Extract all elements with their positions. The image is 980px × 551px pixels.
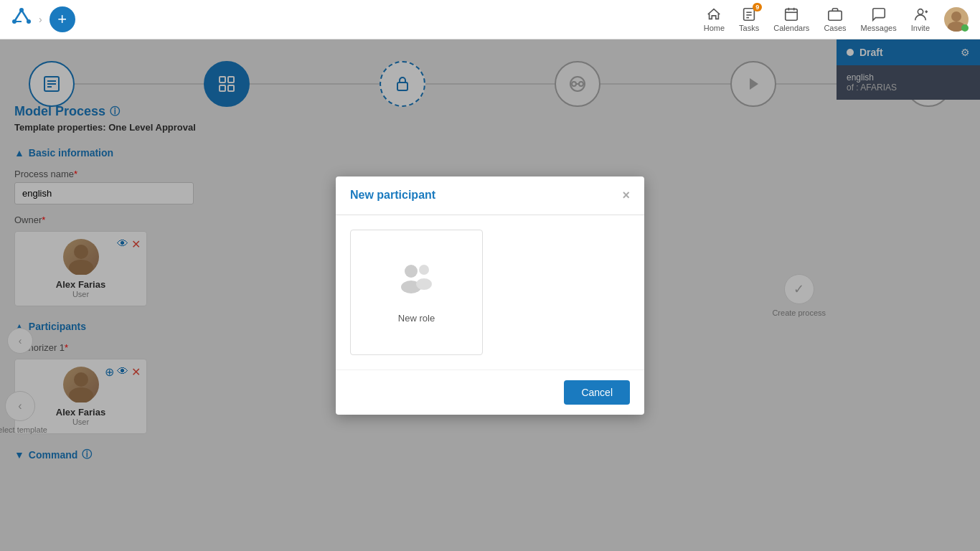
online-indicator	[961, 24, 969, 32]
svg-point-40	[416, 278, 432, 290]
cases-icon	[827, 6, 843, 24]
svg-point-37	[405, 265, 418, 278]
calendar-icon	[783, 6, 799, 24]
modal-title: New participant	[350, 189, 435, 202]
nav-left: › +	[11, 6, 75, 32]
role-group-icon	[395, 261, 438, 306]
tasks-icon: 9	[741, 6, 757, 24]
nav-cases[interactable]: Cases	[824, 6, 846, 32]
modal-header: New participant ×	[336, 176, 644, 215]
svg-point-16	[951, 11, 961, 22]
modal-overlay: New participant × New role	[0, 39, 980, 551]
svg-rect-4	[744, 9, 755, 21]
main-area: Model Process ⓘ Template properties: One…	[0, 39, 980, 551]
svg-point-13	[918, 9, 923, 14]
messages-icon	[871, 6, 887, 24]
invite-icon	[913, 6, 928, 24]
home-icon	[706, 6, 722, 24]
nav-chevron-icon: ›	[39, 14, 42, 25]
svg-point-2	[27, 19, 31, 24]
svg-point-39	[419, 265, 429, 275]
nav-tasks[interactable]: 9 Tasks	[739, 6, 759, 32]
svg-rect-12	[829, 11, 842, 20]
nav-messages[interactable]: Messages	[861, 6, 897, 32]
new-role-card[interactable]: New role	[350, 230, 483, 355]
new-role-label: New role	[398, 313, 435, 324]
new-participant-modal: New participant × New role	[336, 176, 644, 415]
user-avatar-wrap[interactable]	[944, 7, 969, 32]
modal-close-button[interactable]: ×	[622, 188, 630, 203]
add-button[interactable]: +	[50, 6, 75, 32]
nav-calendars[interactable]: Calendars	[773, 6, 809, 32]
logo-icon	[11, 7, 32, 32]
cancel-button[interactable]: Cancel	[564, 380, 630, 405]
svg-point-1	[19, 8, 24, 12]
top-navigation: › + Home 9 Tasks Calendars Case	[0, 0, 980, 39]
svg-rect-8	[786, 9, 798, 21]
nav-right: Home 9 Tasks Calendars Cases Message	[704, 6, 969, 32]
nav-home[interactable]: Home	[704, 6, 725, 32]
modal-body: New role	[336, 215, 644, 369]
nav-invite[interactable]: Invite	[911, 6, 930, 32]
modal-footer: Cancel	[336, 369, 644, 415]
